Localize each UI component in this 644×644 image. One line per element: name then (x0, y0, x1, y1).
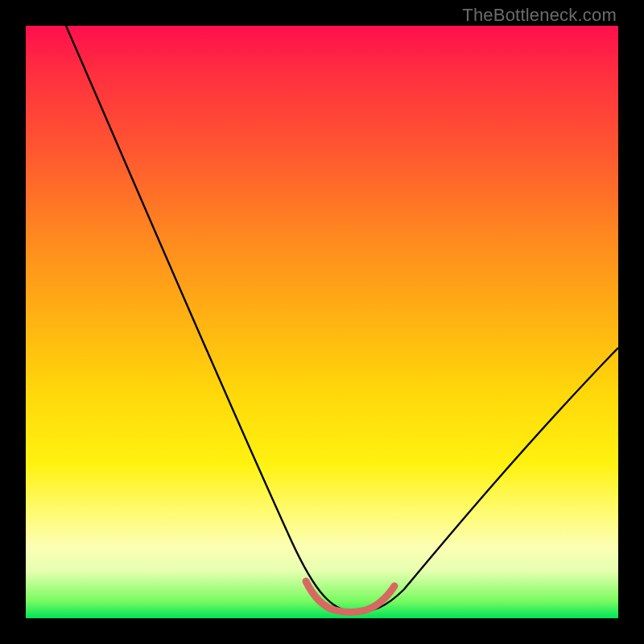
optimal-range-highlight (306, 581, 394, 613)
curve-layer (26, 26, 618, 618)
plot-area (26, 26, 618, 618)
watermark-text: TheBottleneck.com (462, 5, 617, 26)
bottleneck-curve (66, 26, 618, 612)
chart-frame: TheBottleneck.com (0, 0, 644, 644)
